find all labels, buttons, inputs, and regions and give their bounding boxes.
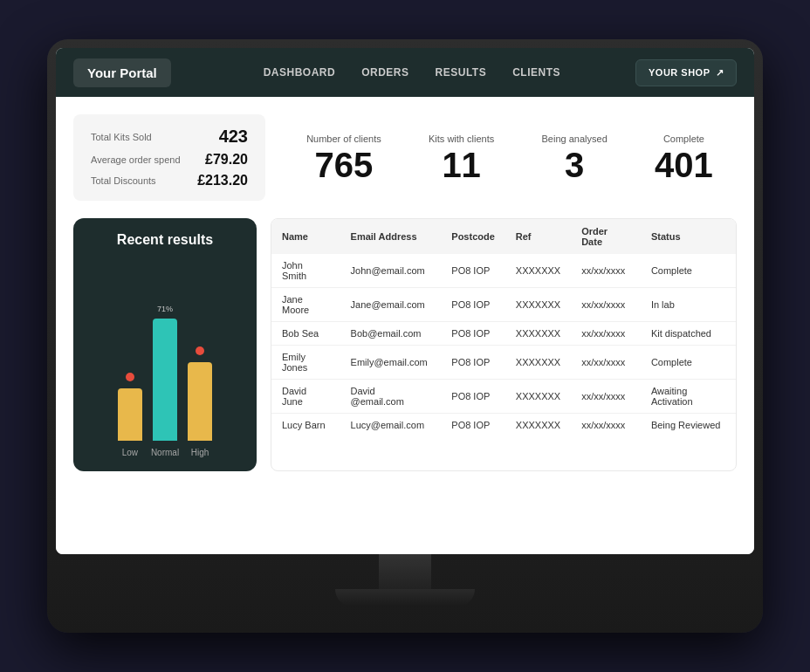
col-name: Name xyxy=(271,219,340,254)
monitor-outer: Your Portal DASHBOARD ORDERS RESULTS CLI… xyxy=(47,39,763,633)
nav-results[interactable]: RESULTS xyxy=(436,63,487,82)
nav-links: DASHBOARD ORDERS RESULTS CLIENTS xyxy=(189,63,635,82)
cell-status: Kit dispatched xyxy=(641,322,736,346)
cell-email: Bob@email.com xyxy=(340,322,442,346)
cell-postcode: PO8 IOP xyxy=(441,322,505,346)
bar-high-label: High xyxy=(191,448,209,457)
metric-kits-with-clients: Kits with clients 11 xyxy=(429,134,494,182)
cell-ref: XXXXXXX xyxy=(505,346,571,380)
stat-row-kits: Total Kits Sold 423 xyxy=(91,127,248,147)
cell-postcode: PO8 IOP xyxy=(441,346,505,380)
metric-clients-value: 765 xyxy=(306,147,381,182)
metric-kwc-value: 11 xyxy=(429,147,494,182)
stat-row-avg: Average order spend £79.20 xyxy=(91,152,248,168)
nav-clients[interactable]: CLIENTS xyxy=(512,63,560,82)
table-row[interactable]: David JuneDavid @email.comPO8 IOPXXXXXXX… xyxy=(271,380,736,414)
table-row[interactable]: John SmithJohn@email.comPO8 IOPXXXXXXXxx… xyxy=(271,254,736,288)
monitor-stand-neck xyxy=(379,554,431,589)
table-body: John SmithJohn@email.comPO8 IOPXXXXXXXxx… xyxy=(271,254,736,436)
cell-name: Bob Sea xyxy=(271,322,340,346)
bar-high-rect xyxy=(188,362,212,441)
col-postcode: Postcode xyxy=(441,219,505,254)
table-row[interactable]: Lucy BarnLucy@email.comPO8 IOPXXXXXXXxx/… xyxy=(271,414,736,437)
table-header: Name Email Address Postcode Ref Order Da… xyxy=(271,219,736,254)
your-shop-button[interactable]: YOUR SHOP ↗ xyxy=(635,59,737,86)
cell-status: Complete xyxy=(641,254,736,288)
discounts-label: Total Discounts xyxy=(91,175,156,186)
discounts-value: £213.20 xyxy=(197,173,248,189)
cell-name: David June xyxy=(271,380,340,414)
navbar: Your Portal DASHBOARD ORDERS RESULTS CLI… xyxy=(56,48,754,97)
col-ref: Ref xyxy=(505,219,571,254)
cell-date: xx/xx/xxxx xyxy=(571,380,641,414)
main-content: Total Kits Sold 423 Average order spend … xyxy=(56,97,754,554)
cell-postcode: PO8 IOP xyxy=(441,380,505,414)
cell-date: xx/xx/xxxx xyxy=(571,414,641,437)
avg-order-value: £79.20 xyxy=(205,152,248,168)
bar-low: Low xyxy=(118,373,142,457)
nav-logo: Your Portal xyxy=(73,58,171,87)
cell-ref: XXXXXXX xyxy=(505,288,571,322)
bar-normal-pct: 71% xyxy=(157,305,173,313)
chart-card: Recent results Low 71% xyxy=(73,218,257,471)
external-link-icon: ↗ xyxy=(716,67,724,79)
bar-high: High xyxy=(188,346,212,457)
table-row[interactable]: Jane MooreJane@email.comPO8 IOPXXXXXXXxx… xyxy=(271,288,736,322)
bottom-section: Recent results Low 71% xyxy=(73,218,737,471)
cell-email: Emily@email.com xyxy=(340,346,442,380)
col-status: Status xyxy=(641,219,736,254)
cell-email: David @email.com xyxy=(340,380,442,414)
cell-email: Jane@email.com xyxy=(340,288,442,322)
monitor-screen: Your Portal DASHBOARD ORDERS RESULTS CLI… xyxy=(56,48,754,554)
cell-name: Emily Jones xyxy=(271,346,340,380)
cell-status: Complete xyxy=(641,346,736,380)
cell-status: Being Reviewed xyxy=(641,414,736,437)
metric-ba-value: 3 xyxy=(542,147,608,182)
bar-low-label: Low xyxy=(122,448,138,457)
cell-date: xx/xx/xxxx xyxy=(571,254,641,288)
metric-being-analysed: Being analysed 3 xyxy=(542,134,608,182)
results-table: Name Email Address Postcode Ref Order Da… xyxy=(271,219,736,436)
cell-postcode: PO8 IOP xyxy=(441,288,505,322)
cell-date: xx/xx/xxxx xyxy=(571,346,641,380)
stats-right: Number of clients 765 Kits with clients … xyxy=(283,114,737,201)
bar-normal-rect xyxy=(153,319,177,441)
avg-order-label: Average order spend xyxy=(91,154,181,165)
total-kits-value: 423 xyxy=(219,127,248,147)
cell-name: Lucy Barn xyxy=(271,414,340,437)
dot-high xyxy=(196,346,204,355)
cell-date: xx/xx/xxxx xyxy=(571,322,641,346)
cell-status: In lab xyxy=(641,288,736,322)
nav-dashboard[interactable]: DASHBOARD xyxy=(264,63,336,82)
cell-ref: XXXXXXX xyxy=(505,322,571,346)
cell-email: John@email.com xyxy=(340,254,442,288)
bar-normal-label: Normal xyxy=(151,448,179,457)
chart-area: Low 71% Normal xyxy=(87,258,243,457)
nav-orders[interactable]: ORDERS xyxy=(361,63,408,82)
cell-ref: XXXXXXX xyxy=(505,380,571,414)
bar-normal: 71% Normal xyxy=(151,305,179,457)
bars-container: Low 71% Normal xyxy=(87,318,243,457)
dot-low xyxy=(126,373,134,381)
metric-complete-label: Complete xyxy=(655,134,713,144)
metric-clients-label: Number of clients xyxy=(306,134,381,144)
cell-name: John Smith xyxy=(271,254,340,288)
cell-email: Lucy@email.com xyxy=(340,414,442,437)
cell-date: xx/xx/xxxx xyxy=(571,288,641,322)
cell-postcode: PO8 IOP xyxy=(441,254,505,288)
col-email: Email Address xyxy=(340,219,442,254)
metric-clients: Number of clients 765 xyxy=(306,134,381,182)
bar-low-rect xyxy=(118,388,142,441)
metric-ba-label: Being analysed xyxy=(542,134,608,144)
stats-left-card: Total Kits Sold 423 Average order spend … xyxy=(73,114,265,201)
table-row[interactable]: Bob SeaBob@email.comPO8 IOPXXXXXXXxx/xx/… xyxy=(271,322,736,346)
monitor-stand-base xyxy=(335,589,475,607)
table-card: Name Email Address Postcode Ref Order Da… xyxy=(271,218,737,471)
cell-name: Jane Moore xyxy=(271,288,340,322)
stats-top: Total Kits Sold 423 Average order spend … xyxy=(73,114,737,201)
cell-ref: XXXXXXX xyxy=(505,414,571,437)
cell-postcode: PO8 IOP xyxy=(441,414,505,437)
cell-ref: XXXXXXX xyxy=(505,254,571,288)
table-row[interactable]: Emily JonesEmily@email.comPO8 IOPXXXXXXX… xyxy=(271,346,736,380)
cell-status: Awaiting Activation xyxy=(641,380,736,414)
